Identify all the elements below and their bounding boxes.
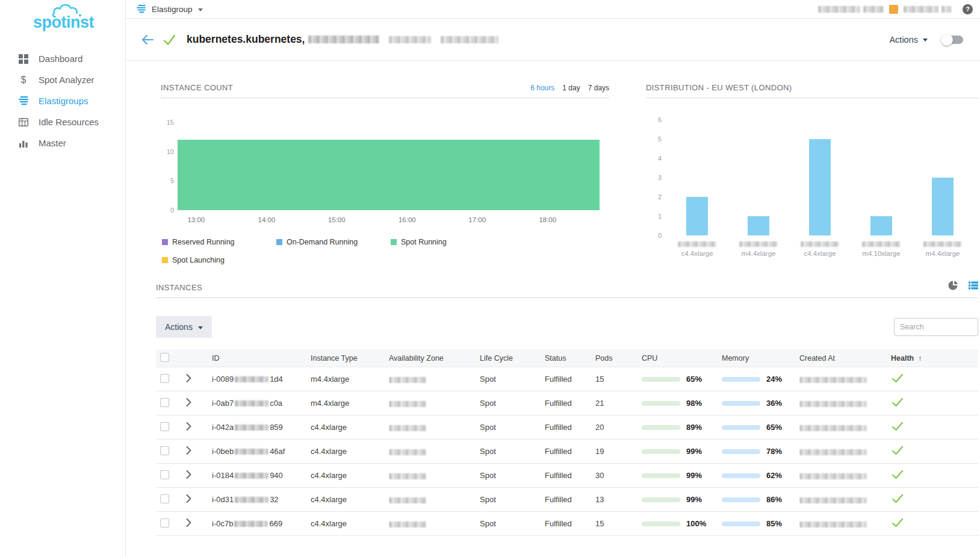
redacted-availability-zone [389,401,426,407]
expand-row-icon[interactable] [186,494,191,505]
context-selector[interactable]: Elastigroup [137,5,203,14]
time-range-tab[interactable]: 1 day [562,84,580,92]
row-checkbox[interactable] [160,398,169,407]
row-checkbox[interactable] [160,446,169,455]
col-header-pods[interactable]: Pods [595,354,642,363]
pie-chart-icon[interactable] [948,280,958,290]
sidebar-item-idle-resources[interactable]: Idle Resources [0,111,125,132]
expand-row-icon[interactable] [186,374,191,384]
table-row[interactable]: i-0184 940 c4.4xlarge Spot Fulfilled 30 [156,464,978,488]
logo-wordmark: spotinst [33,13,94,32]
sidebar-item-label: Dashboard [39,54,82,64]
table-row[interactable]: i-042a 859 c4.4xlarge Spot Fulfilled 20 [156,415,978,440]
col-header-status[interactable]: Status [545,354,595,363]
sidebar-item-spot-analyzer[interactable]: Spot Analyzer [0,69,125,90]
instance-id: i-042a 859 [212,423,311,432]
distribution-header: DISTRIBUTION - EU WEST (LONDON) [646,83,978,98]
topbar: Elastigroup ? [126,0,980,19]
expand-row-icon[interactable] [186,422,191,432]
row-checkbox[interactable] [160,470,169,479]
col-header-memory[interactable]: Memory [722,354,799,363]
instance-count-chart: 151050 [178,122,600,210]
table-row[interactable]: i-0ab7 c0a m4.4xlarge Spot Fulfilled 21 [156,391,978,415]
legend-label: On-Demand Running [287,238,358,246]
sidebar-item-dashboard[interactable]: Dashboard [0,48,125,69]
spotinst-logo[interactable]: spotinst [0,0,125,40]
cpu-percent: 100% [686,519,706,528]
account-area: ? [818,4,973,14]
life-cycle: Spot [480,519,545,528]
page-header: kubernetes.kubernetes, Actions [126,19,980,61]
life-cycle: Spot [480,495,545,504]
pods-count: 30 [595,471,642,480]
legend-label: Spot Running [401,238,447,246]
cpu-percent: 65% [686,375,702,384]
memory-progress-track [722,473,760,478]
expand-row-icon[interactable] [186,518,191,529]
col-header-life-cycle[interactable]: Life Cycle [480,354,545,363]
dashboard-icon [18,54,29,64]
col-header-cpu[interactable]: CPU [642,354,722,363]
main-content: INSTANCE COUNT 6 hours1 day7 days 151050… [126,61,980,557]
table-actions-dropdown[interactable]: Actions [156,316,212,338]
row-checkbox[interactable] [160,422,169,431]
time-range-tab[interactable]: 6 hours [530,84,554,92]
view-switcher [948,280,978,290]
health-ok-icon [892,374,903,382]
memory-percent: 86% [766,495,782,504]
redacted-account-text [863,6,884,13]
col-header-health-sorted[interactable]: Health [891,353,978,363]
life-cycle: Spot [480,399,545,408]
table-row[interactable]: i-0d31 32 c4.4xlarge Spot Fulfilled 13 [156,488,978,512]
bar [932,178,954,235]
select-all-checkbox[interactable] [160,353,169,362]
expand-row-icon[interactable] [186,398,191,408]
table-row[interactable]: i-0089 1d4 m4.4xlarge Spot Fulfilled 15 [156,367,978,391]
legend-swatch [162,257,168,263]
toggle-knob [941,34,953,46]
redacted-account-text [904,6,938,13]
y-tick: 15 [161,119,174,126]
list-view-icon[interactable] [969,281,978,290]
col-header-id[interactable]: ID [212,354,311,363]
status: Fulfilled [545,519,595,528]
col-header-instance-type[interactable]: Instance Type [311,354,389,363]
table-row[interactable]: i-0beb 46af c4.4xlarge Spot Fulfilled 19 [156,440,978,464]
sidebar-item-elastigroups[interactable]: Elastigroups [0,90,125,111]
redacted-created-at [799,401,867,407]
distribution-chart: 6543210 c4.4xlarge [666,120,973,257]
row-checkbox[interactable] [160,494,169,503]
cpu-cell: 99% [642,447,722,456]
health-ok-icon [892,422,903,431]
avatar[interactable] [889,5,898,14]
sidebar: spotinst Dashboard Spot Analyzer Elastig… [0,0,126,557]
expand-row-icon[interactable] [186,446,191,456]
col-header-created-at[interactable]: Created At [799,354,891,363]
chevron-down-icon [923,39,928,42]
back-arrow-icon[interactable] [141,35,154,45]
table-row[interactable]: i-0c7b 669 c4.4xlarge Spot Fulfilled 15 [156,512,978,536]
instance-id: i-0184 940 [212,471,311,480]
search-input[interactable] [894,318,978,336]
pods-count: 15 [595,519,642,528]
time-range-tab[interactable]: 7 days [588,84,609,92]
group-toggle[interactable] [943,36,963,44]
redacted-created-at [799,425,867,431]
sidebar-item-master[interactable]: Master [0,132,125,154]
redacted-availability-zone [389,521,426,527]
row-checkbox[interactable] [160,374,169,383]
redacted-id-middle [235,376,268,382]
redacted-account-text [818,6,860,13]
memory-cell: 78% [722,447,799,456]
y-axis-labels: 6543210 [648,116,662,239]
bar-container [686,120,708,235]
actions-dropdown[interactable]: Actions [889,35,928,45]
col-header-availability-zone[interactable]: Availability Zone [389,354,480,363]
id-prefix: i-0184 [212,471,234,480]
row-checkbox[interactable] [160,518,169,527]
redacted-text [389,36,431,43]
instance-type-label: c4.4xlarge [681,250,713,257]
legend-label: Spot Launching [172,256,225,264]
expand-row-icon[interactable] [186,470,191,481]
help-icon[interactable]: ? [963,4,973,14]
